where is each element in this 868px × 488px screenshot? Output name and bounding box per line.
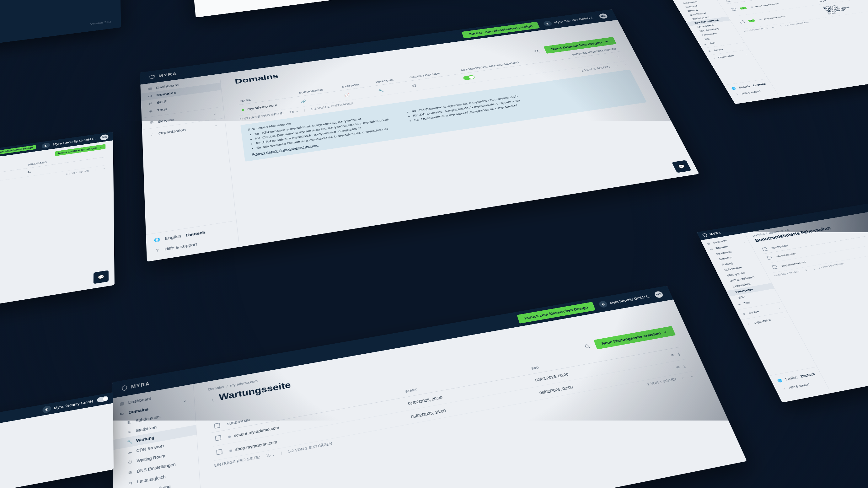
org-switcher[interactable]: ◐ Myra Security GmbH (... [598, 293, 652, 308]
tag-icon: ◈ [149, 109, 154, 113]
col-subdomains: SUBDOMAINS [295, 84, 340, 97]
pager-next[interactable]: → [103, 167, 105, 170]
sidebar-item-bgp[interactable]: ⇄BGP [141, 90, 222, 109]
breadcrumb: Domains / myrademo.com [208, 307, 665, 392]
col-statistik: STATISTIK [338, 80, 374, 91]
col-auto: AUTOMATISCHE AKTUALISIERUNG [457, 55, 550, 74]
panel-ssl: Zurück zum klassischen Design ◐Myra Secu… [0, 132, 115, 328]
row-checkbox[interactable] [215, 435, 222, 441]
panel-errorpages: MYRA ▦Dashboard ▭Domains⌃ Subdomains Sta… [697, 199, 868, 402]
brand-logo[interactable]: MYRA [121, 381, 150, 391]
chat-fab[interactable]: 💬 [672, 160, 692, 173]
domains-table: NAME SUBDOMAINS STATISTIK WARTUNG CACHE … [237, 45, 625, 116]
pager: EINTRÄGE PRO SEITE: 15 ⌄ | 1-2 VON 2 EIN… [239, 61, 628, 123]
back-button[interactable]: 〈 [209, 397, 214, 403]
chat-icon: 💬 [98, 274, 104, 280]
row-checkbox[interactable] [216, 449, 222, 455]
download-icon[interactable]: ⭳ [681, 364, 687, 368]
main-content: Domains Neue Domain hinzufügen ＋ NAME SU… [220, 20, 699, 247]
col-end: END [527, 342, 653, 374]
sidebar-item-dashboard[interactable]: ▦Dashboard [140, 75, 220, 93]
wrench-icon[interactable]: 🔧 [377, 89, 383, 92]
user-avatar[interactable]: MS [654, 291, 664, 298]
cache-clear-icon[interactable]: 🗘 [412, 84, 417, 88]
row-checkbox[interactable] [731, 8, 737, 11]
org-avatar-icon: ◐ [542, 21, 553, 27]
sidebar-item-domains[interactable]: ▭Domains⌃ [112, 396, 194, 421]
subdomains-icon[interactable]: 🔗 [300, 99, 306, 103]
chevron-down-icon: ⌄ [213, 112, 217, 116]
maintenance-table: SUBDOMAIN START END secure.myrademo.com … [211, 337, 692, 461]
search-icon [584, 344, 591, 349]
page-size-select[interactable]: 15 ⌄ [771, 26, 777, 28]
record-type-badge: A [748, 20, 755, 22]
row-checkbox[interactable] [739, 21, 745, 24]
brand-logo[interactable]: MYRA [149, 71, 177, 80]
eye-icon[interactable]: 👁 [670, 353, 675, 357]
theme-toggle[interactable] [97, 396, 108, 403]
pager-prev[interactable]: ← [614, 64, 619, 67]
search-icon [534, 49, 540, 53]
pager-next[interactable]: → [689, 374, 694, 378]
plus-icon: ＋ [100, 146, 103, 149]
main-content: Domains / myrademo.com 〈 Wartungsseite N… [193, 299, 747, 488]
status-dot-icon [228, 435, 231, 438]
pager-prev[interactable]: ← [681, 376, 686, 380]
chat-fab[interactable]: 💬 [94, 270, 108, 284]
help-icon: ? [154, 248, 160, 253]
more-icon[interactable]: ⋮ [615, 55, 621, 59]
select-all-checkbox[interactable] [762, 247, 768, 251]
col-name[interactable]: NAME [237, 90, 297, 105]
col-weitere: WEITERE EINSTELLUNGEN [547, 45, 620, 62]
page-title: Domains [235, 27, 611, 85]
user-avatar[interactable]: MS [598, 13, 609, 19]
org-switcher[interactable]: ◐ Myra Security GmbH (... [542, 15, 596, 27]
stats-icon[interactable]: 📈 [344, 93, 349, 97]
user-avatar[interactable]: MS [100, 134, 108, 141]
table-row[interactable]: myrademo.com 🔗 📈 🔧 🗘 ⋮ [238, 52, 625, 116]
download-icon[interactable]: ⭳ [676, 352, 682, 356]
sidebar: ▦Dashboard ▭Domains⌃ ◧Subdomains ≡Statis… [112, 384, 206, 488]
col-wartung: WARTUNG [372, 75, 407, 86]
page-size-select[interactable]: 15 ⌄ [289, 110, 299, 114]
search-button[interactable] [582, 342, 593, 350]
search-button[interactable] [532, 48, 542, 54]
classic-design-button[interactable]: Zurück zum klassischen Design [462, 22, 540, 38]
row-checkbox[interactable] [766, 255, 772, 260]
panel-wartung: MYRA Zurück zum klassischen Design ◐ Myr… [112, 285, 747, 488]
sidebar-item-dashboard[interactable]: ▦Dashboard [112, 386, 194, 410]
shield-icon [149, 74, 156, 80]
shield-icon [701, 233, 709, 238]
version-text: Version 2.21 [90, 20, 112, 25]
org-switcher[interactable]: ◐Myra Security GmbH [42, 398, 93, 413]
domain-icon: ▭ [148, 94, 153, 98]
page-title: Wartungsseite [218, 380, 291, 403]
eye-icon[interactable]: 👁 [675, 365, 681, 370]
sidebar-item-domains[interactable]: ▭Domains [141, 83, 221, 101]
panel-domains: MYRA Zurück zum klassischen Design ◐ Myr… [140, 9, 699, 262]
auto-update-toggle[interactable] [463, 75, 475, 80]
panel-account-footer: Reset two-factor authentication Show bac… [190, 0, 515, 18]
table-row[interactable]: secure.myrademo.com 01/02/2025, 20:00 02… [212, 347, 686, 447]
brand-logo[interactable]: MYRA [701, 230, 722, 238]
record-type-badge: A [740, 7, 747, 10]
select-all-checkbox[interactable] [214, 423, 220, 429]
select-all-checkbox[interactable] [725, 0, 731, 2]
pager-prev[interactable]: ← [94, 169, 97, 171]
service-icon: ⚙ [149, 121, 154, 125]
shield-icon [121, 385, 128, 392]
add-domain-button[interactable]: Neue Domain hinzufügen ＋ [544, 37, 617, 54]
sidebar: ▦Dashboard ▭Domains ⇄BGP ◈Tags ⚙Service⌄… [140, 74, 240, 262]
sidebar-item-tags[interactable]: ◈Tags [141, 97, 223, 116]
panel-fragment-lefttop: Version 2.21 [0, 0, 121, 57]
page-size-select[interactable]: 15 ⌄ [804, 269, 810, 271]
status-dot-icon [242, 109, 244, 111]
table-row[interactable]: shop.myrademo.com 05/02/2025, 18:00 06/0… [213, 359, 692, 461]
classic-design-button[interactable]: Zurück zum klassischen Design [517, 302, 595, 323]
pager-next[interactable]: → [623, 63, 628, 66]
add-maintenance-button[interactable]: Neue Wartungsseite erstellen ＋ [594, 326, 676, 349]
topbar: MYRA Zurück zum klassischen Design ◐ Myr… [112, 285, 674, 398]
plus-icon: ＋ [604, 39, 610, 43]
page-size-select[interactable]: 15 ⌄ [266, 452, 276, 458]
row-checkbox[interactable] [772, 265, 778, 269]
